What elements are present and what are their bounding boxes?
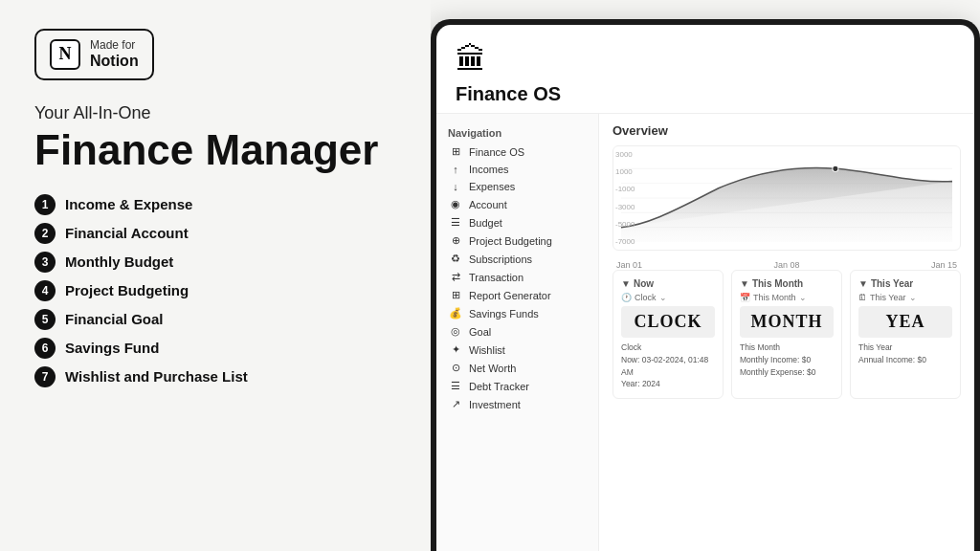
feature-label-6: Savings Fund [65,340,159,356]
sidebar-label: Wishlist [469,344,505,356]
hero-subtitle: Your All-In-One [34,103,396,123]
dropdown-icon: ⌄ [659,293,667,302]
sidebar-item-investment[interactable]: ↗ Investment [436,395,598,413]
info-monthly-income: Monthly Income: $0 [740,354,834,366]
sidebar-label: Net Worth [469,363,516,374]
sidebar-label: Debt Tracker [469,381,529,392]
sidebar-label: Account [469,199,507,210]
feature-label-4: Project Budgeting [65,282,189,298]
feature-list: 1 Income & Expense 2 Financial Account 3… [34,194,396,387]
widget-month: ▼ This Month 📅 This Month ⌄ MONTH This M… [731,270,842,399]
list-item: 2 Financial Account [34,223,396,244]
widget-month-info: This Month Monthly Income: $0 Monthly Ex… [740,342,834,378]
feature-num-6: 6 [34,338,56,359]
sidebar-item-transaction[interactable]: ⇄ Transaction [436,268,598,286]
this-month-sub-label: This Month [753,293,796,302]
sidebar-item-subscriptions[interactable]: ♻ Subscriptions [436,250,598,268]
y-label--1000: -1000 [615,185,635,193]
report-icon: ⊞ [448,289,463,301]
networth-icon: ⊙ [448,362,463,374]
invest-icon: ↗ [448,398,463,410]
sidebar-item-goal[interactable]: ◎ Goal [436,322,598,341]
goal-icon: ◎ [448,325,463,338]
svg-point-5 [833,165,838,171]
right-panel: 🏛 Finance OS Navigation ⊞ Finance OS ↑ I… [431,0,980,551]
chart-x-labels: Jan 01 Jan 08 Jan 15 [612,260,961,270]
calendar-icon: 📅 [740,293,750,302]
widget-year-sub: 🗓 This Year ⌄ [858,293,952,302]
widget-month-header: ▼ This Month [740,278,834,289]
dropdown-icon-month: ⌄ [799,293,807,302]
sidebar-item-net-worth[interactable]: ⊙ Net Worth [436,359,598,377]
sidebar-item-finance-os[interactable]: ⊞ Finance OS [436,143,598,161]
sidebar-label: Report Generator [469,290,551,301]
budget-icon: ☰ [448,216,463,229]
sidebar-item-debt[interactable]: ☰ Debt Tracker [436,377,598,395]
sidebar-item-report[interactable]: ⊞ Report Generator [436,286,598,304]
widget-now-label: Now [634,278,654,289]
feature-num-3: 3 [34,252,56,273]
y-label--5000: -5000 [615,220,635,229]
y-label--7000: -7000 [615,237,635,246]
x-label-jan15: Jan 15 [931,260,957,270]
widget-year-label: This Year [871,278,913,289]
notion-badge: N Made for Notion [34,29,154,80]
sidebar-item-incomes[interactable]: ↑ Incomes [436,161,598,178]
feature-label-1: Income & Expense [65,196,192,212]
made-for-label: Made for [90,38,139,52]
savings-icon: 💰 [448,307,463,320]
device-screen: 🏛 Finance OS Navigation ⊞ Finance OS ↑ I… [436,25,974,551]
sidebar-item-account[interactable]: ◉ Account [436,195,598,213]
feature-label-7: Wishlist and Purchase List [65,368,248,385]
app-title: Finance OS [456,83,955,105]
sidebar-label: Investment [469,399,521,410]
widget-year-header: ▼ This Year [858,278,952,289]
info-this-year: This Year [858,342,952,354]
sidebar-label: Subscriptions [469,253,532,265]
widget-year-info: This Year Annual Income: $0 [858,342,952,366]
x-label-jan01: Jan 01 [616,260,642,270]
expense-icon: ↓ [448,181,463,192]
widget-month-sub: 📅 This Month ⌄ [740,293,834,302]
feature-label-5: Financial Goal [65,311,164,327]
info-year: Year: 2024 [621,378,715,390]
x-label-jan08: Jan 08 [773,260,799,270]
feature-num-4: 4 [34,280,56,301]
sidebar-item-savings[interactable]: 💰 Savings Funds [436,304,598,322]
hero-title: Finance Manager [34,127,396,173]
feature-num-7: 7 [34,366,56,387]
dropdown-icon-year: ⌄ [909,293,917,302]
notion-word-label: Notion [90,52,139,70]
widgets-row: ▼ Now 🕐 Clock ⌄ CLOCK Clock N [612,270,961,399]
sidebar-item-expenses[interactable]: ↓ Expenses [436,178,598,195]
sidebar: Navigation ⊞ Finance OS ↑ Incomes ↓ Expe… [436,114,599,551]
sub-icon: ♻ [448,253,463,265]
wishlist-icon: ✦ [448,343,463,356]
y-label--3000: -3000 [615,203,635,211]
widget-now: ▼ Now 🕐 Clock ⌄ CLOCK Clock N [612,270,724,399]
sidebar-label: Project Budgeting [469,235,552,247]
y-label-3000: 3000 [615,150,635,159]
app-header: 🏛 Finance OS [436,25,974,114]
list-item: 3 Monthly Budget [34,252,396,273]
list-item: 1 Income & Expense [34,194,396,215]
info-clock: Clock [621,342,715,354]
project-icon: ⊕ [448,234,463,247]
sidebar-label: Goal [469,326,491,338]
widget-clock-label: Clock [635,293,657,302]
sidebar-label: Incomes [469,164,509,175]
sidebar-label: Transaction [469,272,523,283]
triangle-icon: ▼ [621,278,631,289]
widget-now-header: ▼ Now [621,278,715,289]
sidebar-item-project-budgeting[interactable]: ⊕ Project Budgeting [436,231,598,250]
month-display: MONTH [740,306,834,338]
clock-icon: 🕐 [621,293,632,302]
sidebar-label: Finance OS [469,146,524,158]
info-annual-income: Annual Income: $0 [858,354,952,366]
badge-text: Made for Notion [90,38,139,71]
sidebar-item-wishlist[interactable]: ✦ Wishlist [436,341,598,359]
widget-year: ▼ This Year 🗓 This Year ⌄ YEA This Year [850,270,961,399]
sidebar-label: Budget [469,217,502,229]
triangle-icon-year: ▼ [858,278,868,289]
sidebar-item-budget[interactable]: ☰ Budget [436,213,598,231]
